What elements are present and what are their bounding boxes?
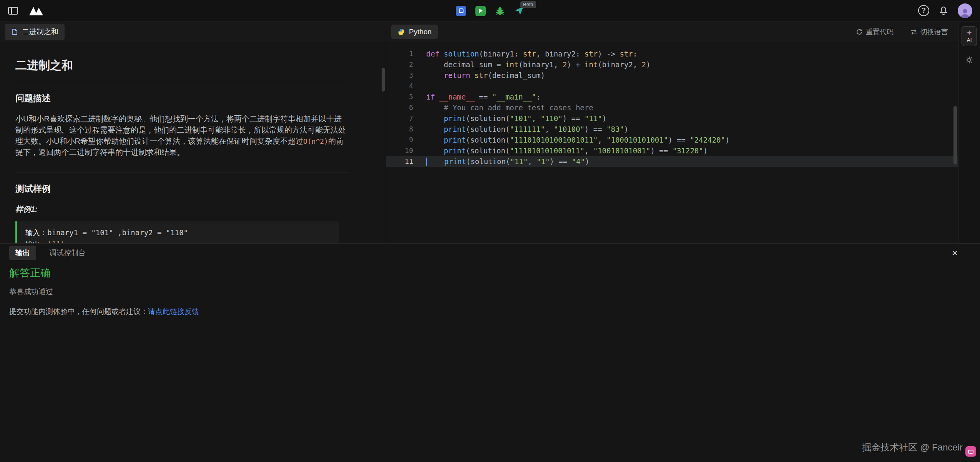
close-icon[interactable]: × — [952, 248, 958, 258]
line-number: 9 — [386, 135, 413, 145]
console-tabs: 输出调试控制台 — [9, 246, 86, 260]
editor-scrollbar-thumb[interactable] — [953, 106, 957, 165]
code-line[interactable]: 10 print(solution("111010101001011", "10… — [386, 145, 958, 156]
console-tab[interactable]: 输出 — [9, 246, 36, 260]
problem-title: 二进制之和 — [15, 58, 349, 82]
line-number: 4 — [386, 81, 413, 91]
code-editor[interactable]: 1def solution(binary1: str, binary2: str… — [386, 42, 958, 243]
line-number: 11 — [386, 156, 413, 167]
line-content: decimal_sum = int(binary1, 2) + int(bina… — [413, 59, 958, 70]
line-content: print(solution("111010101001011", "10010… — [413, 145, 958, 156]
problem-panel: 二进制之和 二进制之和 问题描述 小U和小R喜欢探索二进制数字的奥秘。他们想找到… — [0, 22, 386, 243]
screen-icon — [968, 450, 973, 454]
sample-output-row: 输出：'11' — [25, 238, 331, 243]
language-tab-label: Python — [409, 28, 432, 36]
result-subtitle: 恭喜成功通过 — [9, 287, 971, 297]
ai-assistant-button[interactable]: AI — [962, 26, 977, 46]
line-number: 2 — [386, 59, 413, 70]
user-avatar[interactable] — [958, 3, 972, 18]
line-content: def solution(binary1: str, binary2: str)… — [413, 48, 958, 59]
code-line[interactable]: 11 print(solution("11", "1") == "4") — [386, 156, 958, 167]
code-line[interactable]: 1def solution(binary1: str, binary2: str… — [386, 48, 958, 59]
floating-widget-button[interactable] — [965, 446, 976, 457]
sample-1-label: 样例1: — [15, 204, 349, 214]
code-line[interactable]: 5if __name__ == "__main__": — [386, 91, 958, 102]
problem-scrollbar-thumb[interactable] — [382, 68, 385, 91]
language-tab[interactable]: Python — [391, 25, 438, 39]
line-number: 7 — [386, 113, 413, 124]
reset-code-button[interactable]: 重置代码 — [856, 27, 894, 37]
line-content: if __name__ == "__main__": — [413, 91, 958, 102]
problem-content: 二进制之和 问题描述 小U和小R喜欢探索二进制数字的奥秘。他们想找到一个方法，将… — [0, 42, 386, 243]
console-toggle-button[interactable] — [456, 6, 466, 16]
sample-input-row: 输入：binary1 = "101" ,binary2 = "110" — [25, 227, 331, 238]
notifications-bell-icon[interactable] — [938, 6, 948, 16]
line-content: print(solution("111111", "10100") == "83… — [413, 124, 958, 135]
line-content: return str(decimal_sum) — [413, 70, 958, 81]
complexity-code: O(n^2) — [303, 137, 328, 145]
editor-panel: Python 重置代码 切 — [386, 22, 958, 243]
line-number: 8 — [386, 124, 413, 135]
topbar: Beta ? — [0, 0, 980, 22]
problem-panel-header: 二进制之和 — [0, 22, 386, 42]
code-line[interactable]: 8 print(solution("111111", "10100") == "… — [386, 124, 958, 135]
section-divider — [15, 173, 349, 173]
app-logo-icon[interactable] — [28, 5, 44, 16]
console-body: 解答正确 恭喜成功通过 提交功能内测体验中，任何问题或者建议：请点此链接反馈 — [0, 262, 980, 317]
right-toolbar: AI — [958, 22, 980, 243]
editor-header: Python 重置代码 切 — [386, 22, 958, 42]
line-content — [413, 81, 958, 91]
result-title: 解答正确 — [9, 266, 971, 280]
line-content: print(solution("101", "110") == "11") — [413, 113, 958, 124]
code-line[interactable]: 9 print(solution("111010101001001011", "… — [386, 135, 958, 145]
console-header: 输出调试控制台 × — [0, 244, 980, 262]
console-tab[interactable]: 调试控制台 — [49, 246, 86, 260]
problem-tab[interactable]: 二进制之和 — [5, 24, 65, 40]
problem-tab-label: 二进制之和 — [22, 27, 58, 37]
line-content: print(solution("111010101001001011", "10… — [413, 135, 958, 145]
watermark-text: 掘金技术社区 @ Fanceir — [862, 441, 963, 454]
code-line[interactable]: 7 print(solution("101", "110") == "11") — [386, 113, 958, 124]
samples-heading: 测试样例 — [15, 183, 349, 195]
feedback-link[interactable]: 请点此链接反馈 — [148, 307, 199, 316]
app-root: Beta ? — [0, 0, 980, 462]
beta-badge: Beta — [520, 1, 536, 8]
code-line[interactable]: 4 — [386, 81, 958, 91]
line-number: 6 — [386, 102, 413, 113]
line-number: 3 — [386, 70, 413, 81]
description-heading: 问题描述 — [15, 92, 349, 104]
code-lines: 1def solution(binary1: str, binary2: str… — [386, 48, 958, 167]
run-actions: Beta — [456, 0, 524, 22]
switch-language-button[interactable]: 切换语言 — [910, 27, 948, 37]
code-line[interactable]: 6 # You can add more test cases here — [386, 102, 958, 113]
console-panel: 输出调试控制台 × 解答正确 恭喜成功通过 提交功能内测体验中，任何问题或者建议… — [0, 244, 980, 462]
sample-1-block: 输入：binary1 = "101" ,binary2 = "110" 输出：'… — [15, 221, 339, 243]
line-content: print(solution("11", "1") == "4") — [413, 156, 958, 167]
feedback-text: 提交功能内测体验中，任何问题或者建议：请点此链接反馈 — [9, 307, 971, 317]
run-button[interactable] — [475, 6, 486, 16]
line-number: 5 — [386, 91, 413, 102]
description-paragraph: 小U和小R喜欢探索二进制数字的奥秘。他们想找到一个方法，将两个二进制字符串相加并… — [15, 113, 349, 158]
line-number: 1 — [386, 48, 413, 59]
sidebar-toggle-icon[interactable] — [8, 6, 18, 15]
line-content: # You can add more test cases here — [413, 102, 958, 113]
code-line[interactable]: 2 decimal_sum = int(binary1, 2) + int(bi… — [386, 59, 958, 70]
ai-label: AI — [967, 37, 972, 43]
line-number: 10 — [386, 145, 413, 156]
help-icon[interactable]: ? — [918, 5, 929, 16]
code-line[interactable]: 3 return str(decimal_sum) — [386, 70, 958, 81]
submit-button[interactable]: Beta — [514, 6, 524, 16]
debug-button[interactable] — [495, 6, 505, 16]
settings-gear-icon[interactable] — [965, 56, 973, 64]
